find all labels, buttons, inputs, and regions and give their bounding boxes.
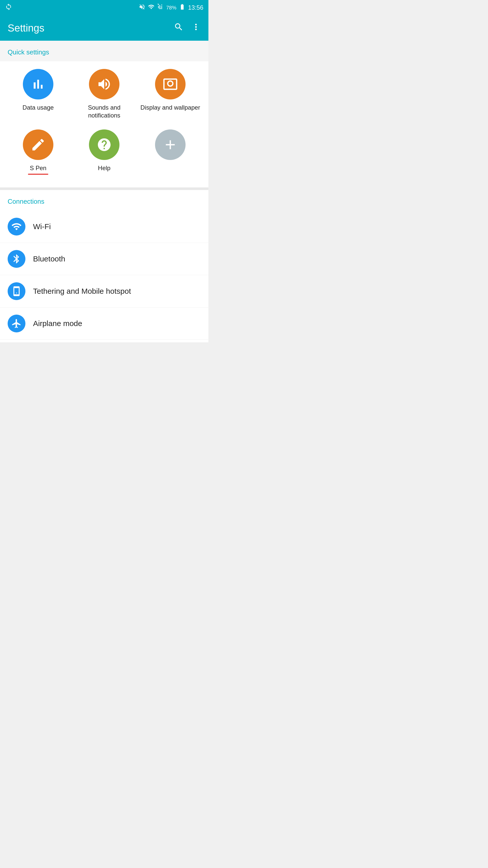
status-bar: 78% 13:56 [0,0,208,15]
search-button[interactable] [174,22,184,34]
quick-setting-add[interactable] [137,124,203,180]
bluetooth-label: Bluetooth [33,255,65,263]
bluetooth-icon-circle [8,250,25,268]
wifi-icon-circle [8,218,25,236]
connections-header: Connections [0,190,208,211]
tethering-label: Tethering and Mobile hotspot [33,287,131,296]
quick-settings-header: Quick settings [0,41,208,61]
mute-icon [139,4,145,12]
page-title: Settings [8,22,44,34]
quick-settings-section: Quick settings Data usage Sounds and not… [0,41,208,187]
quick-setting-s-pen[interactable]: S Pen [5,124,71,180]
list-item-bluetooth[interactable]: Bluetooth [0,243,208,275]
airplane-label: Airplane mode [33,319,82,328]
battery-percentage: 78% [166,5,176,11]
list-item-wifi[interactable]: Wi-Fi [0,211,208,243]
display-label: Display and wallpaper [140,103,200,112]
battery-icon [179,4,186,12]
s-pen-underline [28,174,48,175]
list-item-airplane[interactable]: Airplane mode [0,308,208,340]
quick-setting-display[interactable]: Display and wallpaper [137,64,203,124]
content-area: Quick settings Data usage Sounds and not… [0,41,208,342]
more-options-button[interactable] [191,22,201,34]
quick-setting-data-usage[interactable]: Data usage [5,64,71,124]
s-pen-label: S Pen [30,164,46,172]
app-header: Settings [0,15,208,41]
add-icon-circle [155,129,186,160]
sounds-icon-circle [89,69,120,99]
quick-setting-sounds[interactable]: Sounds and notifications [71,64,137,124]
sounds-label: Sounds and notifications [74,103,135,119]
status-bar-right: 78% 13:56 [139,4,203,12]
quick-settings-grid: Data usage Sounds and notifications Disp… [0,61,208,187]
help-icon-circle [89,129,120,160]
s-pen-icon-circle [23,129,53,160]
status-bar-left [5,3,12,12]
wifi-label: Wi-Fi [33,222,51,231]
sync-icon [5,3,12,12]
data-usage-icon-circle [23,69,53,99]
airplane-icon-circle [8,315,25,332]
signal-icon [157,4,164,12]
help-label: Help [98,164,110,172]
connections-section: Connections Wi-Fi Bluetooth Tethering an… [0,190,208,342]
quick-setting-help[interactable]: Help [71,124,137,180]
display-icon-circle [155,69,186,99]
data-usage-label: Data usage [23,103,54,112]
status-time: 13:56 [188,4,203,11]
wifi-status-icon [148,4,155,12]
header-actions [174,22,201,34]
tethering-icon-circle [8,282,25,300]
section-divider [0,187,208,190]
list-item-tethering[interactable]: Tethering and Mobile hotspot [0,275,208,308]
